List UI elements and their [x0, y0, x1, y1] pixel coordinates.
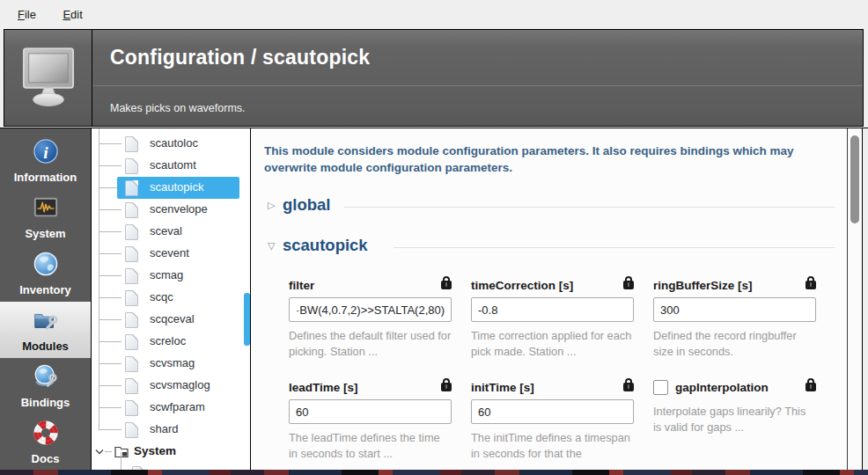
tree-item-sceval[interactable]: sceval: [92, 221, 250, 243]
header-icon-box: [4, 30, 92, 126]
tree-item-scmag[interactable]: scmag: [92, 265, 250, 287]
tree-item-scvsmag[interactable]: scvsmag: [92, 353, 250, 375]
leadtime-input[interactable]: [289, 399, 452, 424]
desktop-strip: [0, 470, 868, 475]
sidebar-item-label: Inventory: [0, 283, 91, 296]
header-title-area: Configuration / scautopick Makes picks o…: [92, 30, 863, 126]
collapse-arrow-icon[interactable]: ▷: [268, 200, 275, 211]
field-ringbuffersize: ringBufferSize [s] Defined the record ri…: [653, 277, 816, 360]
file-icon: [125, 246, 138, 262]
file-icon: [125, 422, 138, 438]
lock-icon[interactable]: [441, 281, 452, 289]
expand-arrow-icon[interactable]: ▽: [268, 240, 275, 252]
main-scrollbar-thumb[interactable]: [850, 135, 859, 223]
file-icon: [125, 290, 138, 306]
sidebar-item-information[interactable]: i Information: [0, 133, 91, 189]
sidebar-item-label: Bindings: [0, 396, 91, 409]
field-description: Defined the record ringbuffer size in se…: [653, 328, 816, 360]
sidebar-item-modules[interactable]: Modules: [0, 302, 91, 358]
folder-icon: [114, 445, 129, 457]
tree-item-screloc[interactable]: screloc: [92, 331, 250, 353]
field-label: leadTime [s]: [289, 381, 358, 394]
file-icon: [125, 158, 138, 174]
config-panel: This module considers module configurati…: [251, 128, 863, 470]
page-subtitle: Makes picks on waveforms.: [110, 102, 246, 114]
file-icon: [125, 400, 138, 416]
file-icon: [125, 202, 138, 218]
file-icon: [125, 180, 138, 196]
tree-item-shard[interactable]: shard: [92, 419, 250, 441]
field-description: The leadTime defines the time in seconds…: [289, 430, 452, 462]
bindings-icon: [33, 363, 59, 390]
lock-icon[interactable]: [805, 281, 816, 289]
field-gapinterpolation: gapInterpolation Interpolate gaps linear…: [653, 379, 816, 462]
sidebar-item-inventory[interactable]: Inventory: [0, 245, 91, 302]
tree-item-scautopick[interactable]: scautopick: [92, 177, 250, 199]
section-title: global: [283, 195, 330, 215]
svg-text:i: i: [43, 142, 48, 162]
filter-input[interactable]: [289, 297, 452, 322]
section-scautopick[interactable]: ▽ scautopick: [251, 236, 862, 259]
tree-item-scqc[interactable]: scqc: [92, 287, 250, 309]
menubar: File Edit: [0, 0, 868, 28]
field-label: gapInterpolation: [675, 381, 769, 394]
tree-item-scenvelope[interactable]: scenvelope: [92, 199, 250, 221]
tree-item-system[interactable]: System: [92, 441, 250, 463]
system-icon: [33, 194, 59, 221]
page-header: Configuration / scautopick Makes picks o…: [4, 29, 864, 127]
field-description: Defines the default filter used for pick…: [289, 328, 452, 360]
tree-item-scwfparam[interactable]: scwfparam: [92, 397, 250, 419]
lock-icon[interactable]: [623, 383, 634, 391]
sidebar-item-system[interactable]: System: [0, 189, 91, 245]
module-notice: This module considers module configurati…: [264, 142, 836, 176]
header-rule: [92, 85, 863, 86]
field-description: Time correction applied for each pick ma…: [471, 328, 634, 360]
file-icon: [125, 224, 138, 240]
field-label: ringBufferSize [s]: [653, 279, 753, 292]
sidebar-item-label: System: [0, 227, 91, 240]
field-filter: filter Defines the default filter used f…: [289, 277, 452, 360]
sidebar-item-docs[interactable]: Docs: [0, 414, 91, 470]
file-icon: [125, 136, 138, 152]
tree-item-scevent[interactable]: scevent: [92, 243, 250, 265]
lock-icon[interactable]: [441, 383, 452, 391]
ringbuffersize-input[interactable]: [653, 297, 816, 322]
docs-icon: [33, 420, 59, 446]
menu-file[interactable]: File: [12, 6, 41, 23]
menu-edit[interactable]: Edit: [57, 6, 87, 23]
sidebar-item-label: Docs: [0, 452, 91, 465]
tree-item-scautomt[interactable]: scautomt: [92, 155, 250, 177]
sidebar-item-bindings[interactable]: Bindings: [0, 358, 91, 414]
tree-scrollbar-thumb[interactable]: [244, 293, 250, 346]
file-icon: [125, 268, 138, 284]
field-inittime: initTime [s] The initTime defines a time…: [471, 379, 634, 462]
modules-icon: [33, 307, 59, 333]
gapinterpolation-checkbox[interactable]: [653, 380, 668, 395]
field-description: Interpolate gaps linearily? This is vali…: [653, 404, 816, 435]
chevron-down-icon[interactable]: [95, 448, 104, 456]
field-description: The initTime defines a timespan in secon…: [471, 430, 634, 462]
sidebar-item-label: Information: [0, 171, 91, 184]
tree-item-scvsmaglog[interactable]: scvsmaglog: [92, 375, 250, 397]
fields-row-1: filter Defines the default filter used f…: [289, 277, 816, 360]
section-global[interactable]: ▷ global: [251, 195, 862, 218]
tree-item-scqceval[interactable]: scqceval: [92, 309, 250, 331]
sidebar: i Information System: [0, 128, 92, 470]
field-timecorrection: timeCorrection [s] Time correction appli…: [471, 277, 634, 360]
tree-item-partial[interactable]: [92, 463, 250, 470]
lock-icon[interactable]: [805, 383, 816, 391]
tree-item-scautoloc[interactable]: scautoloc: [92, 133, 250, 155]
section-rule: [394, 247, 835, 248]
tree-item-label: System: [134, 444, 176, 457]
lock-icon[interactable]: [623, 281, 634, 289]
sidebar-item-label: Modules: [0, 340, 91, 353]
file-icon: [125, 378, 138, 394]
main-scrollbar-track[interactable]: [847, 128, 862, 470]
inittime-input[interactable]: [471, 399, 634, 424]
timecorrection-input[interactable]: [471, 297, 634, 322]
field-label: timeCorrection [s]: [471, 279, 573, 292]
fields-row-2: leadTime [s] The leadTime defines the ti…: [289, 379, 816, 462]
inventory-icon: [33, 251, 59, 277]
monitor-icon: [21, 47, 76, 110]
file-icon: [125, 356, 138, 372]
